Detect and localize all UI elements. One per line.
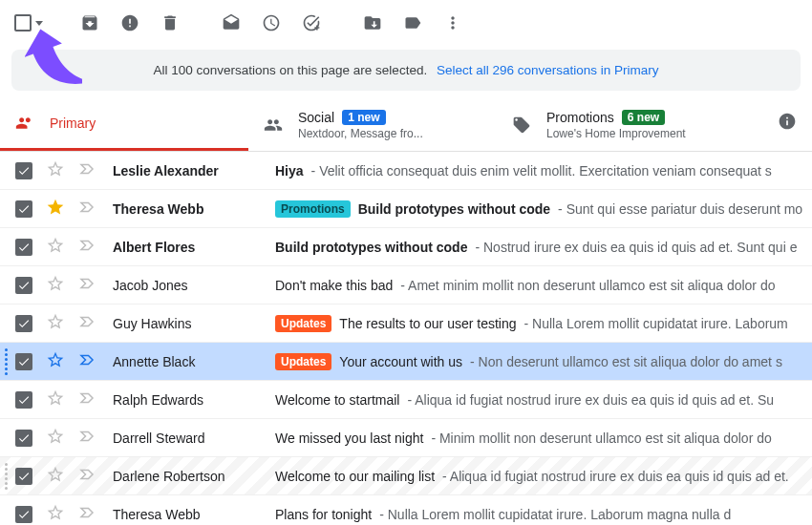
tab-label: Promotions <box>546 110 614 125</box>
chevron-down-icon <box>35 21 43 26</box>
drag-handle-icon[interactable] <box>2 348 10 375</box>
star-icon[interactable] <box>46 350 65 372</box>
star-icon[interactable] <box>46 465 65 487</box>
tab-subtext: Lowe's Home Improvement <box>546 127 686 140</box>
select-all-link[interactable]: Select all 296 conversations in Primary <box>437 63 659 77</box>
drag-handle-icon[interactable] <box>2 463 10 490</box>
spam-button[interactable] <box>111 4 149 42</box>
row-checkbox[interactable] <box>15 239 32 256</box>
new-count-badge: 6 new <box>622 110 665 125</box>
table-row[interactable]: Leslie AlexanderHiyaVelit officia conseq… <box>0 152 812 190</box>
star-icon[interactable] <box>46 427 65 449</box>
info-icon[interactable] <box>778 112 797 134</box>
subject-line: Welcome to our mailing listAliqua id fug… <box>275 469 804 484</box>
important-icon[interactable] <box>78 199 96 219</box>
row-checkbox[interactable] <box>15 353 32 370</box>
row-checkbox[interactable] <box>15 200 32 218</box>
star-icon[interactable] <box>46 274 65 296</box>
star-icon[interactable] <box>46 312 65 334</box>
subject-line: Plans for tonightNulla Lorem mollit cupi… <box>275 507 804 522</box>
tab-promotions[interactable]: Promotions 6 new Lowe's Home Improvement <box>497 98 745 151</box>
table-row[interactable]: Ralph EdwardsWelcome to startmailAliqua … <box>0 381 812 419</box>
important-icon[interactable] <box>78 313 96 333</box>
important-icon[interactable] <box>78 466 96 486</box>
row-checkbox[interactable] <box>15 277 32 294</box>
subject-line: Build prototypes without codeNostrud iru… <box>275 240 804 255</box>
banner-text: All 100 conversations on this page are s… <box>153 63 427 77</box>
subject: Build prototypes without code <box>275 240 467 255</box>
move-button[interactable] <box>353 4 392 42</box>
important-icon[interactable] <box>78 428 96 448</box>
row-checkbox[interactable] <box>15 315 32 332</box>
important-icon[interactable] <box>78 351 96 371</box>
archive-icon <box>80 13 99 32</box>
tab-label: Social <box>298 110 334 125</box>
row-checkbox[interactable] <box>15 162 32 179</box>
add-task-button[interactable] <box>292 4 331 42</box>
subject: Welcome to our mailing list <box>275 469 435 484</box>
table-row[interactable]: Annette BlackUpdatesYour account with us… <box>0 343 812 381</box>
spam-icon <box>120 13 139 32</box>
star-icon[interactable] <box>46 388 65 410</box>
row-checkbox[interactable] <box>15 468 32 485</box>
select-all-checkbox[interactable] <box>10 4 48 42</box>
star-icon[interactable] <box>46 198 65 220</box>
subject: Hiya <box>275 163 304 178</box>
star-icon[interactable] <box>46 503 65 525</box>
category-tag: Updates <box>275 353 331 370</box>
table-row[interactable]: Guy HawkinsUpdatesThe results to our use… <box>0 304 812 343</box>
tab-social[interactable]: Social 1 new Nextdoor, Message fro... <box>248 98 497 151</box>
group-icon <box>264 116 283 135</box>
trash-icon <box>160 13 180 32</box>
table-row[interactable]: Theresa WebbPromotionsBuild prototypes w… <box>0 190 812 228</box>
label-icon <box>403 13 422 32</box>
toolbar <box>0 0 812 46</box>
subject-line: PromotionsBuild prototypes without codeS… <box>275 200 804 218</box>
snooze-button[interactable] <box>252 4 290 42</box>
tab-primary[interactable]: Primary <box>0 98 248 151</box>
star-icon[interactable] <box>46 236 65 258</box>
checkbox-outline-icon <box>14 14 32 32</box>
important-icon[interactable] <box>78 389 96 410</box>
sender: Darrell Steward <box>113 430 275 446</box>
important-icon[interactable] <box>78 504 96 524</box>
table-row[interactable]: Darlene RobertsonWelcome to our mailing … <box>0 457 812 495</box>
more-vert-icon <box>443 13 462 32</box>
archive-button[interactable] <box>71 4 109 42</box>
sender: Albert Flores <box>113 240 275 255</box>
subject-line: We missed you last nightMinim mollit non… <box>275 430 804 446</box>
table-row[interactable]: Jacob JonesDon't make this badAmet minim… <box>0 266 812 304</box>
row-checkbox[interactable] <box>15 391 32 409</box>
row-checkbox[interactable] <box>15 430 32 447</box>
sender: Ralph Edwards <box>113 392 275 408</box>
category-tag: Updates <box>275 315 331 332</box>
task-add-icon <box>302 13 321 32</box>
snippet: Nulla Lorem mollit cupidatat irure. Labo… <box>379 507 731 522</box>
category-tabs: Primary Social 1 new Nextdoor, Message f… <box>0 98 812 152</box>
tab-subtext: Nextdoor, Message fro... <box>298 127 423 140</box>
star-icon[interactable] <box>46 159 65 181</box>
snippet: Amet minim mollit non deserunt ullamco e… <box>400 278 775 293</box>
important-icon[interactable] <box>78 275 96 295</box>
subject-line: UpdatesYour account with usNon deserunt … <box>275 353 804 370</box>
table-row[interactable]: Darrell StewardWe missed you last nightM… <box>0 419 812 457</box>
clock-icon <box>262 13 281 32</box>
row-checkbox[interactable] <box>15 506 32 523</box>
sender: Theresa Webb <box>113 507 275 522</box>
selection-banner: All 100 conversations on this page are s… <box>11 50 801 91</box>
subject: We missed you last night <box>275 430 423 446</box>
snippet: Aliqua id fugiat nostrud irure ex duis e… <box>442 469 789 484</box>
new-count-badge: 1 new <box>342 110 385 125</box>
important-icon[interactable] <box>78 237 96 257</box>
subject: Your account with us <box>339 354 462 369</box>
table-row[interactable]: Theresa WebbPlans for tonightNulla Lorem… <box>0 495 812 525</box>
table-row[interactable]: Albert FloresBuild prototypes without co… <box>0 228 812 266</box>
more-button[interactable] <box>434 4 472 42</box>
mark-read-button[interactable] <box>212 4 250 42</box>
subject-line: UpdatesThe results to our user testingNu… <box>275 315 804 332</box>
delete-button[interactable] <box>151 4 189 42</box>
important-icon[interactable] <box>78 160 96 180</box>
label-button[interactable] <box>394 4 432 42</box>
subject-line: HiyaVelit officia consequat duis enim ve… <box>275 163 804 178</box>
category-tag: Promotions <box>275 200 351 218</box>
